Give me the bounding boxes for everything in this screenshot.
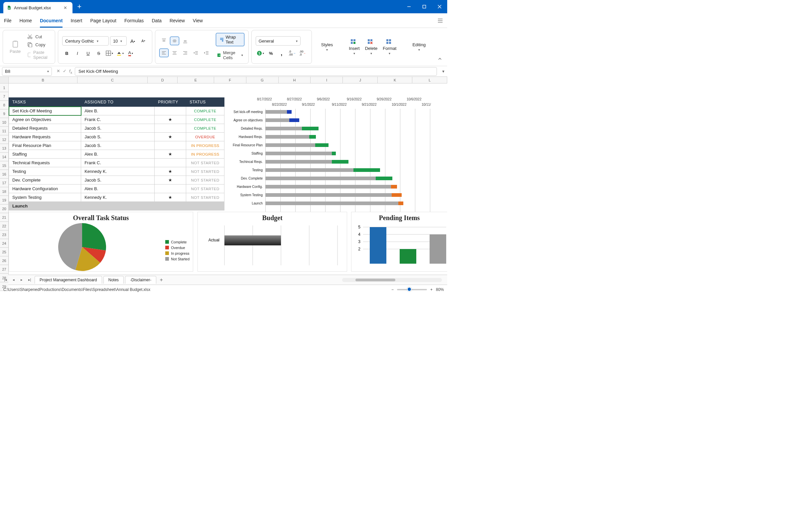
- maximize-button[interactable]: [417, 0, 432, 13]
- menu-home[interactable]: Home: [20, 18, 32, 23]
- collapse-ribbon-button[interactable]: [435, 54, 445, 64]
- row-header[interactable]: 17: [0, 178, 8, 187]
- row-header[interactable]: 22: [0, 222, 8, 230]
- expand-formula-bar-icon[interactable]: ▾: [440, 69, 447, 74]
- menu-file[interactable]: File: [4, 18, 12, 23]
- minimize-button[interactable]: [401, 0, 417, 13]
- row-header[interactable]: 21: [0, 213, 8, 222]
- align-right-button[interactable]: [180, 49, 190, 57]
- row-header[interactable]: 1: [0, 83, 8, 92]
- sheet-tab[interactable]: Project Management Dashboard: [35, 276, 102, 284]
- menu-formulas[interactable]: Formulas: [125, 18, 144, 23]
- insert-cells-button[interactable]: Insert▾: [346, 33, 362, 61]
- row-header[interactable]: 8: [0, 101, 8, 109]
- column-header[interactable]: B: [8, 77, 77, 83]
- align-middle-button[interactable]: [170, 37, 179, 45]
- row-header[interactable]: 10: [0, 118, 8, 127]
- editing-button[interactable]: Editing▾: [410, 33, 428, 61]
- row-header[interactable]: 18: [0, 187, 8, 196]
- delete-cells-button[interactable]: Delete▾: [362, 33, 380, 61]
- table-row[interactable]: Final Resource PlanJacob S.IN PROGRESS: [9, 141, 225, 150]
- percent-button[interactable]: %: [266, 49, 276, 58]
- bold-button[interactable]: B: [62, 49, 72, 58]
- paste-button[interactable]: Paste: [7, 33, 23, 61]
- column-header[interactable]: L: [412, 77, 447, 83]
- cut-button[interactable]: Cut: [26, 33, 51, 40]
- row-header[interactable]: 16: [0, 170, 8, 178]
- decrease-decimal-button[interactable]: .00.0←: [298, 49, 307, 58]
- horizontal-scrollbar[interactable]: [342, 278, 442, 282]
- column-header[interactable]: H: [279, 77, 311, 83]
- fill-color-button[interactable]: ▾: [115, 49, 125, 58]
- zoom-out-button[interactable]: −: [391, 287, 394, 292]
- format-cells-button[interactable]: Format▾: [380, 33, 399, 61]
- formula-input[interactable]: Set Kick-Off Meeting: [75, 67, 437, 76]
- row-header[interactable]: 12: [0, 135, 8, 144]
- align-bottom-button[interactable]: [180, 37, 190, 45]
- close-window-button[interactable]: [432, 0, 447, 13]
- menu-insert[interactable]: Insert: [71, 18, 82, 23]
- row-header[interactable]: 11: [0, 127, 8, 135]
- fx-icon[interactable]: fx: [69, 69, 72, 75]
- menu-document[interactable]: Document: [40, 18, 62, 27]
- column-header[interactable]: G: [246, 77, 279, 83]
- row-header[interactable]: 14: [0, 153, 8, 161]
- column-header[interactable]: K: [378, 77, 413, 83]
- decrease-indent-button[interactable]: [191, 49, 201, 57]
- launch-row[interactable]: Launch: [9, 202, 225, 210]
- strike-button[interactable]: S: [94, 49, 103, 58]
- zoom-in-button[interactable]: +: [430, 287, 433, 292]
- underline-button[interactable]: U: [83, 49, 93, 58]
- next-sheet-button[interactable]: ▸: [18, 276, 25, 284]
- column-header[interactable]: D: [148, 77, 177, 83]
- menu-view[interactable]: View: [193, 18, 203, 23]
- menu-review[interactable]: Review: [170, 18, 185, 23]
- accept-formula-icon[interactable]: ✓: [63, 69, 66, 75]
- row-header[interactable]: 9: [0, 109, 8, 118]
- row-header[interactable]: 19: [0, 196, 8, 205]
- font-name-select[interactable]: Century Gothic▾: [62, 36, 109, 45]
- menu-page-layout[interactable]: Page Layout: [90, 18, 116, 23]
- prev-sheet-button[interactable]: ◂: [10, 276, 17, 284]
- column-header[interactable]: C: [77, 77, 148, 83]
- last-sheet-button[interactable]: ▸|: [26, 276, 33, 284]
- column-header[interactable]: F: [214, 77, 246, 83]
- table-row[interactable]: System TestingKennedy K.★NOT STARTED: [9, 193, 225, 202]
- sheet-tab[interactable]: -Disclaimer-: [125, 276, 156, 284]
- font-color-button[interactable]: A▾: [126, 49, 135, 58]
- sheet-tab[interactable]: Notes: [103, 276, 124, 284]
- column-header[interactable]: I: [310, 77, 343, 83]
- add-sheet-button[interactable]: +: [158, 276, 165, 284]
- close-tab-icon[interactable]: ✕: [63, 5, 67, 10]
- menu-data[interactable]: Data: [152, 18, 162, 23]
- table-row[interactable]: Hardware RequestsJacob S.★OVERDUE: [9, 133, 225, 141]
- row-header[interactable]: 15: [0, 161, 8, 170]
- table-row[interactable]: Set Kick-Off MeetingAlex B.COMPLETE: [9, 107, 225, 115]
- table-row[interactable]: Detailed RequestsJacob S.COMPLETE: [9, 124, 225, 133]
- borders-button[interactable]: ▾: [105, 49, 114, 58]
- align-center-button[interactable]: [170, 49, 179, 57]
- table-row[interactable]: Hardware ConfigurationAlex B.NOT STARTED: [9, 185, 225, 193]
- align-left-button[interactable]: [159, 49, 169, 57]
- table-row[interactable]: TestingKennedy K.★NOT STARTED: [9, 167, 225, 176]
- cancel-formula-icon[interactable]: ✕: [57, 69, 60, 75]
- paste-special-button[interactable]: Paste Special: [26, 49, 51, 60]
- table-row[interactable]: Dev. CompleteJacob S.★NOT STARTED: [9, 176, 225, 185]
- align-top-button[interactable]: [159, 37, 169, 45]
- row-header[interactable]: 7: [0, 92, 8, 101]
- row-header[interactable]: 27: [0, 265, 8, 274]
- styles-button[interactable]: Styles▾: [319, 33, 336, 61]
- row-header[interactable]: 26: [0, 256, 8, 265]
- column-header[interactable]: J: [343, 77, 378, 83]
- italic-button[interactable]: I: [73, 49, 82, 58]
- row-header[interactable]: 13: [0, 144, 8, 153]
- copy-button[interactable]: Copy: [26, 41, 51, 48]
- zoom-slider[interactable]: [397, 289, 427, 290]
- comma-button[interactable]: ,: [277, 49, 286, 58]
- tasks-table[interactable]: TASKSASSIGNED TOPRIORITYSTATUS Set Kick-…: [8, 97, 225, 210]
- add-tab-button[interactable]: +: [73, 2, 86, 11]
- row-header[interactable]: 23: [0, 230, 8, 239]
- column-header[interactable]: E: [177, 77, 214, 83]
- first-sheet-button[interactable]: |◂: [2, 276, 9, 284]
- document-tab[interactable]: Annual Budget.xlsx ✕: [3, 2, 73, 13]
